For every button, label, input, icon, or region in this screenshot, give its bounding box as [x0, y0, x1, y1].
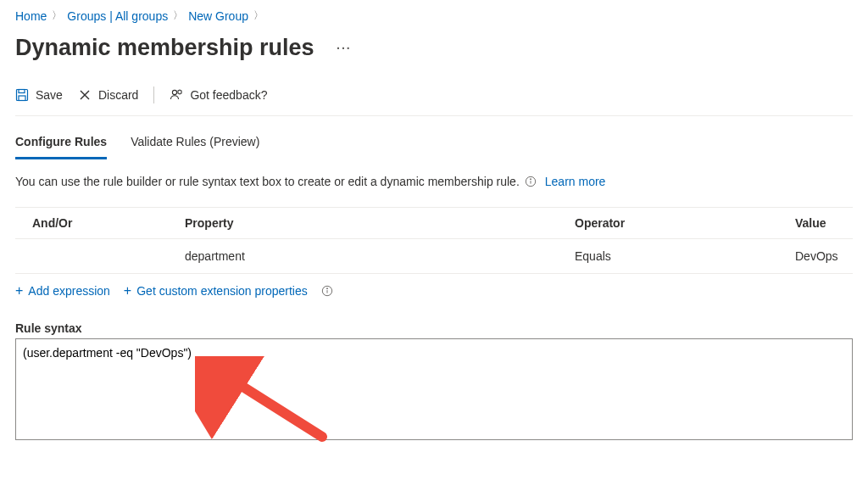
cell-property[interactable]: department [185, 249, 575, 263]
tab-validate-rules[interactable]: Validate Rules (Preview) [131, 128, 259, 159]
chevron-right-icon: 〉 [173, 8, 183, 23]
save-icon [15, 88, 29, 102]
save-label: Save [36, 88, 63, 102]
col-header-andor: And/Or [15, 216, 185, 230]
feedback-button[interactable]: Got feedback? [170, 88, 267, 102]
tab-configure-rules[interactable]: Configure Rules [15, 128, 107, 159]
rules-table: And/Or Property Operator Value departmen… [15, 207, 853, 274]
more-actions-button[interactable]: ··· [337, 42, 352, 55]
add-expression-label: Add expression [28, 284, 110, 298]
breadcrumb: Home 〉 Groups | All groups 〉 New Group 〉 [15, 8, 853, 23]
toolbar-divider [153, 87, 154, 103]
svg-point-5 [173, 90, 177, 94]
plus-icon: + [15, 284, 23, 298]
info-icon [321, 285, 333, 297]
breadcrumb-home[interactable]: Home [15, 9, 47, 23]
breadcrumb-new-group[interactable]: New Group [188, 9, 248, 23]
cell-operator[interactable]: Equals [575, 249, 795, 263]
discard-button[interactable]: Discard [78, 88, 138, 102]
rule-syntax-label: Rule syntax [15, 321, 853, 335]
table-header-row: And/Or Property Operator Value [15, 208, 853, 239]
feedback-icon [170, 88, 183, 102]
description-text: You can use the rule builder or rule syn… [15, 175, 520, 188]
add-expression-button[interactable]: + Add expression [15, 284, 110, 298]
col-header-operator: Operator [575, 216, 795, 230]
tab-strip: Configure Rules Validate Rules (Preview) [15, 128, 853, 159]
command-bar: Save Discard Got feedback? [15, 87, 853, 116]
cell-value[interactable]: DevOps [795, 249, 853, 263]
chevron-right-icon: 〉 [52, 8, 62, 23]
table-row: department Equals DevOps [15, 239, 853, 273]
save-button[interactable]: Save [15, 88, 63, 102]
chevron-right-icon: 〉 [253, 8, 264, 23]
learn-more-link[interactable]: Learn more [545, 175, 606, 188]
svg-rect-2 [19, 96, 25, 101]
breadcrumb-groups[interactable]: Groups | All groups [67, 9, 168, 23]
feedback-label: Got feedback? [190, 88, 267, 102]
rule-syntax-textarea[interactable] [15, 338, 853, 440]
col-header-property: Property [185, 216, 575, 230]
col-header-value: Value [795, 216, 853, 230]
close-icon [78, 88, 92, 102]
page-title: Dynamic membership rules [15, 35, 314, 61]
svg-point-8 [530, 179, 531, 180]
get-custom-extension-button[interactable]: + Get custom extension properties [124, 284, 308, 298]
description-row: You can use the rule builder or rule syn… [15, 175, 853, 188]
info-icon [525, 176, 537, 187]
discard-label: Discard [98, 88, 138, 102]
svg-rect-1 [19, 90, 25, 93]
get-custom-extension-label: Get custom extension properties [136, 284, 308, 298]
table-actions: + Add expression + Get custom extension … [15, 284, 853, 298]
plus-icon: + [124, 284, 131, 298]
svg-point-11 [326, 288, 327, 289]
